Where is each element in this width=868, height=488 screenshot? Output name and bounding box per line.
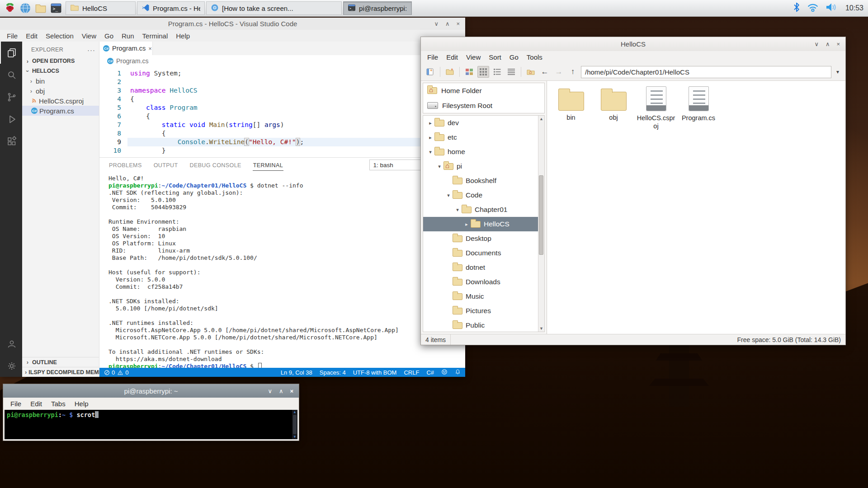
tree-item-etc[interactable]: ▸etc bbox=[423, 130, 544, 145]
fm-menu-sort[interactable]: Sort bbox=[485, 53, 505, 61]
tree-item-hellocs[interactable]: ▸HelloCS bbox=[423, 217, 544, 231]
close-tab-icon[interactable]: × bbox=[148, 45, 152, 52]
tree-item-downloads[interactable]: Downloads bbox=[423, 275, 544, 289]
fm-titlebar[interactable]: HelloCS ∨ ∧ × bbox=[421, 37, 845, 51]
tree-item-public[interactable]: Public bbox=[423, 318, 544, 332]
taskbar-item-chromium[interactable]: [How to take a screen... bbox=[206, 1, 342, 15]
status-item-c#[interactable]: C# bbox=[426, 369, 434, 376]
menu-terminal[interactable]: Terminal bbox=[138, 32, 172, 40]
tree-item-pi[interactable]: ▾⌂pi bbox=[423, 159, 544, 174]
tree-item-pictures[interactable]: Pictures bbox=[423, 304, 544, 318]
explorer-item-program-cs[interactable]: C#Program.cs bbox=[22, 106, 99, 116]
panel-tab-output[interactable]: OUTPUT bbox=[153, 160, 179, 171]
tree-item-dev[interactable]: ▸dev bbox=[423, 116, 544, 130]
file-item-bin[interactable]: bin bbox=[550, 86, 592, 130]
path-bar[interactable]: /home/pi/Code/Chapter01/HelloCS bbox=[581, 66, 831, 78]
fm-menu-tools[interactable]: Tools bbox=[523, 53, 547, 61]
tree-expander-icon[interactable]: ▾ bbox=[454, 207, 461, 213]
tree-item-desktop[interactable]: Desktop bbox=[423, 231, 544, 246]
thumbnail-view-icon[interactable] bbox=[463, 66, 475, 78]
scroll-down-icon[interactable]: ▼ bbox=[294, 435, 296, 439]
scroll-down-icon[interactable]: ▼ bbox=[539, 326, 543, 331]
explorer-item-hellocs[interactable]: ›HELLOCS bbox=[22, 66, 99, 76]
tree-expander-icon[interactable]: ▾ bbox=[427, 149, 434, 155]
run-debug-icon[interactable] bbox=[0, 108, 22, 130]
code-editor[interactable]: 12345678910 using System;namespace Hello… bbox=[99, 67, 465, 157]
close-icon[interactable]: × bbox=[456, 21, 460, 27]
fm-file-view[interactable]: binobjHelloCS.csprojProgram.cs bbox=[547, 81, 845, 334]
terminal-titlebar[interactable]: pi@raspberrypi: ~ ∨ ∧ × bbox=[3, 384, 299, 398]
scroll-up-icon[interactable]: ▲ bbox=[294, 410, 296, 414]
account-icon[interactable] bbox=[0, 333, 22, 355]
taskbar-item-folder[interactable]: HelloCS bbox=[66, 1, 136, 15]
feedback-icon[interactable] bbox=[441, 369, 448, 376]
panel-tab-problems[interactable]: PROBLEMS bbox=[108, 160, 142, 171]
terminal-screen[interactable]: pi@raspberrypi:~ $ scrot ▲ ▼ bbox=[5, 410, 297, 439]
icon-view-icon[interactable] bbox=[477, 66, 489, 78]
browser-globe-icon[interactable] bbox=[18, 1, 33, 15]
extensions-icon[interactable] bbox=[0, 130, 22, 152]
tree-expander-icon[interactable]: ▸ bbox=[463, 221, 470, 227]
search-icon[interactable] bbox=[0, 64, 22, 86]
place-filesystem-root[interactable]: Filesystem Root bbox=[423, 98, 544, 113]
terminal-menu-edit[interactable]: Edit bbox=[26, 400, 47, 408]
vscode-titlebar[interactable]: Program.cs - HelloCS - Visual Studio Cod… bbox=[0, 18, 465, 30]
settings-gear-icon[interactable] bbox=[0, 355, 22, 377]
menu-edit[interactable]: Edit bbox=[22, 32, 42, 40]
menu-view[interactable]: View bbox=[78, 32, 100, 40]
tree-item-code[interactable]: ▾Code bbox=[423, 188, 544, 202]
menu-raspberry-icon[interactable] bbox=[3, 1, 17, 15]
path-dropdown-icon[interactable]: ▾ bbox=[834, 69, 842, 75]
menu-go[interactable]: Go bbox=[100, 32, 118, 40]
terminal-launcher-icon[interactable]: >_ bbox=[49, 1, 63, 15]
tree-item-music[interactable]: Music bbox=[423, 289, 544, 304]
source-control-icon[interactable] bbox=[0, 86, 22, 108]
explorer-item-bin[interactable]: ›bin bbox=[22, 76, 99, 86]
new-folder-icon[interactable]: + bbox=[444, 66, 456, 78]
panel-tab-terminal[interactable]: TERMINAL bbox=[253, 160, 283, 171]
terminal-menu-help[interactable]: Help bbox=[70, 400, 93, 408]
status-item-crlf[interactable]: CRLF bbox=[404, 369, 419, 376]
back-icon[interactable]: ← bbox=[539, 66, 551, 78]
maximize-icon[interactable]: ∧ bbox=[279, 388, 283, 394]
tree-item-bookshelf[interactable]: Bookshelf bbox=[423, 174, 544, 188]
status-item-ln-9-col-38[interactable]: Ln 9, Col 38 bbox=[281, 369, 312, 376]
fm-menu-view[interactable]: View bbox=[462, 53, 485, 61]
tree-expander-icon[interactable]: ▾ bbox=[436, 164, 443, 169]
explorer-item-obj[interactable]: ›obj bbox=[22, 86, 99, 96]
place-home-folder[interactable]: ⌂Home Folder bbox=[423, 83, 544, 98]
tab-program-cs[interactable]: C# Program.cs × bbox=[99, 42, 153, 55]
terminal-menu-file[interactable]: File bbox=[6, 400, 26, 408]
integrated-terminal[interactable]: Hello, C#!pi@raspberrypi:~/Code/Chapter0… bbox=[99, 172, 465, 368]
menu-help[interactable]: Help bbox=[172, 32, 194, 40]
status-item-spaces-4[interactable]: Spaces: 4 bbox=[320, 369, 346, 376]
tree-item-dotnet[interactable]: dotnet bbox=[423, 260, 544, 275]
explorer-item-open-editors[interactable]: ›OPEN EDITORS bbox=[22, 56, 99, 66]
maximize-icon[interactable]: ∧ bbox=[445, 21, 450, 27]
forward-icon[interactable]: → bbox=[553, 66, 565, 78]
minimize-icon[interactable]: ∨ bbox=[268, 388, 272, 394]
new-tab-icon[interactable]: + bbox=[425, 66, 436, 78]
explorer-item-hellocs-csproj[interactable]: HelloCS.csproj bbox=[22, 96, 99, 106]
scroll-up-icon[interactable]: ▲ bbox=[539, 117, 543, 121]
tree-expander-icon[interactable]: ▾ bbox=[445, 192, 452, 198]
more-actions-icon[interactable]: ··· bbox=[87, 46, 95, 54]
menu-run[interactable]: Run bbox=[118, 32, 138, 40]
scrollbar-thumb[interactable] bbox=[293, 415, 297, 434]
detailed-view-icon[interactable] bbox=[505, 66, 517, 78]
minimize-icon[interactable]: ∨ bbox=[814, 41, 819, 47]
close-icon[interactable]: × bbox=[836, 41, 840, 47]
home-button-icon[interactable]: ⌂ bbox=[525, 66, 537, 78]
file-item-obj[interactable]: obj bbox=[592, 86, 635, 130]
bluetooth-icon[interactable] bbox=[793, 2, 800, 14]
fm-menu-file[interactable]: File bbox=[423, 53, 442, 61]
status-item-utf-8-with-bom[interactable]: UTF-8 with BOM bbox=[353, 369, 397, 376]
clock[interactable]: 10:53 bbox=[845, 4, 863, 12]
wifi-icon[interactable] bbox=[807, 2, 819, 14]
fm-menu-go[interactable]: Go bbox=[505, 53, 523, 61]
file-item-hellocs-csproj[interactable]: HelloCS.csproj bbox=[635, 86, 677, 130]
file-item-program-cs[interactable]: Program.cs bbox=[677, 86, 720, 130]
explorer-section-ilspy-decompiled-memb-[interactable]: ›ILSPY DECOMPILED MEMB... bbox=[22, 367, 99, 377]
fm-menu-edit[interactable]: Edit bbox=[442, 53, 462, 61]
errors-icon[interactable]: 0 bbox=[104, 369, 115, 376]
